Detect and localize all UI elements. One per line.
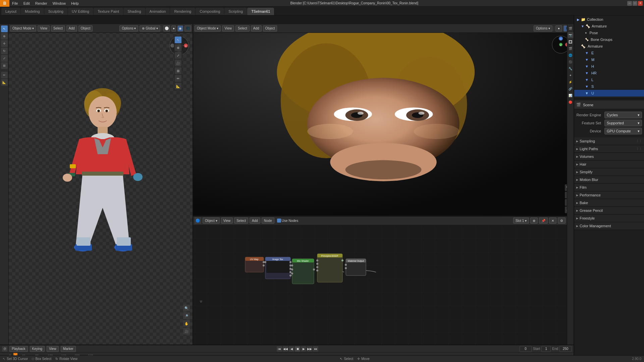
node-object-menu[interactable]: Object ▾ [203,218,220,224]
tool-measure[interactable]: 📐 [1,79,8,86]
node-view-menu[interactable]: View [221,218,233,224]
viewport-shading-wire[interactable]: ⚪ [163,25,170,32]
physics-icon-btn[interactable]: ⚡ [568,79,574,85]
step-fwd-btn[interactable]: ▶▶ [307,346,312,352]
current-frame-input[interactable]: 0 [520,346,532,352]
tree-item-collection[interactable]: ▶ 📁 Collection [574,16,644,23]
right-object-menu[interactable]: Object [263,25,277,32]
tree-item-bone-groups[interactable]: 🦴 Bone Groups [574,36,644,43]
node-settings-btn[interactable]: ⚙ [558,218,566,224]
right-mode-selector[interactable]: Object Mode ▾ [195,25,221,32]
end-frame-input[interactable]: 250 [559,346,572,352]
tree-item-h[interactable]: ▼ H [574,63,644,70]
gp-header[interactable]: ▶ Grease Pencil [574,207,644,214]
left-view-menu[interactable]: View [38,25,50,32]
sampling-more-icon[interactable]: ⋮⋮ [636,139,642,143]
freestyle-header[interactable]: ▶ Freestyle [574,215,644,222]
right-shading-solid[interactable]: ● [555,25,562,32]
timeline-view-menu[interactable]: View [47,346,59,352]
node-pin-btn[interactable]: 📌 [539,218,548,224]
tab-sculpting[interactable]: Sculpting [44,8,67,15]
tool-annotate[interactable]: ✏ [1,72,8,78]
tool3[interactable]: ⤢ [175,52,181,59]
constraints-icon-btn[interactable]: 🔗 [568,86,574,92]
tab-shading[interactable]: Shading [123,8,145,15]
sampling-header[interactable]: ▶ Sampling ⋮⋮ [574,137,644,145]
tab-animation[interactable]: Animation [146,8,170,15]
left-options-btn[interactable]: Options ▾ [119,25,138,32]
left-mode-selector[interactable]: Object Mode ▾ [10,25,36,32]
stop-btn[interactable]: ⏹ [295,346,300,352]
tab-compositing[interactable]: Compositing [196,8,224,15]
node-add-menu[interactable]: Add [250,218,260,224]
tab-scripting[interactable]: Scripting [224,8,247,15]
tab-texture-paint[interactable]: Texture Paint [94,8,123,15]
modifier-icon-btn[interactable]: 🔧 [568,66,574,72]
perf-header[interactable]: ▶ Performance [574,191,644,199]
lp-more-icon[interactable]: ⋮⋮ [636,147,642,150]
tool-select[interactable]: ↖ [1,25,8,32]
node-material-icon[interactable]: ⊕ [530,218,538,224]
menu-edit[interactable]: Edit [21,0,33,7]
tool-scale[interactable]: ⤢ [1,55,8,62]
view-layer-icon-btn[interactable]: 🔳 [568,39,574,45]
left-add-menu[interactable]: Add [66,25,77,32]
marker-menu[interactable]: Marker [61,346,76,352]
node-slot-dropdown[interactable]: Slot 1 ▾ [513,218,529,224]
jump-end-btn[interactable]: ⏭ [313,346,318,352]
object-icon-btn[interactable]: ⚫ [568,59,574,65]
playback-menu[interactable]: Playback [9,346,28,352]
tab-rendering[interactable]: Rendering [170,8,195,15]
node-editor-type-icon[interactable]: 🔵 [195,217,201,224]
hair-header[interactable]: ▶ Hair [574,161,644,168]
use-nodes-checkbox[interactable] [277,219,281,223]
tree-item-l[interactable]: ▼ L [574,76,644,83]
tree-item-e[interactable]: ▼ E [574,50,644,56]
scene2-icon-btn[interactable]: 🎬 [568,46,574,52]
tool4[interactable]: 🎥 [175,60,181,66]
render-engine-dropdown[interactable]: Cycles ▾ [604,112,642,118]
particles-icon-btn[interactable]: ✦ [568,72,574,78]
menu-file[interactable]: File [9,0,21,7]
close-btn[interactable]: ✕ [638,1,643,6]
bake-header[interactable]: ▶ Bake [574,199,644,206]
motion-blur-header[interactable]: ▶ Motion Blur [574,176,644,183]
cm-header[interactable]: ▶ Color Management [574,222,644,230]
feature-set-dropdown[interactable]: Supported ▾ [604,120,642,126]
tool5[interactable]: ⊞ [175,67,181,74]
output-icon-btn[interactable]: 📷 [568,32,574,38]
tree-item-hr[interactable]: ▼ HR [574,70,644,76]
tool2[interactable]: ⊕ [175,44,181,51]
pan-btn[interactable]: ✋ [183,320,190,327]
render-icon-btn[interactable]: 🎬 [568,25,574,32]
camera-btn[interactable]: 🎥 [183,328,190,335]
tool-cursor[interactable]: ⊕ [1,33,8,40]
jump-start-btn[interactable]: ⏮ [277,346,282,352]
simplify-header[interactable]: ▶ Simplify [574,168,644,176]
timeline-icon[interactable]: ⏱ [2,346,7,352]
start-frame-input[interactable]: 1 [541,346,551,352]
tab-tselman61[interactable]: TSelman61 [247,8,274,15]
tool7[interactable]: 📐 [175,83,181,89]
tree-item-armature-root[interactable]: ▼ 🦴 Armature [578,23,644,29]
node-close-btn[interactable]: ✕ [549,218,556,224]
volumes-header[interactable]: ▶ Volumes [574,153,644,160]
world-icon-btn[interactable]: 🌐 [568,52,574,58]
left-object-menu[interactable]: Object [78,25,93,32]
right-view-menu[interactable]: View [222,25,234,32]
zoom-out-btn[interactable]: 🔎 [183,312,190,319]
tool6[interactable]: ✏ [175,75,181,82]
keying-menu[interactable]: Keying [30,346,45,352]
tab-uv-editing[interactable]: UV Editing [68,8,93,15]
menu-window[interactable]: Window [50,0,68,7]
right-select-menu[interactable]: Select [235,25,250,32]
tree-item-pose[interactable]: ● Pose [574,29,644,36]
tab-layout[interactable]: Layout [1,8,20,15]
device-dropdown[interactable]: GPU Compute ▾ [604,128,642,134]
tree-item-m[interactable]: ▼ M [574,56,644,63]
viewport-shading-material[interactable]: ◉ [177,25,183,32]
right-add-menu[interactable]: Add [251,25,262,32]
step-back-btn[interactable]: ◀◀ [283,346,288,352]
tree-item-u[interactable]: ▼ U [574,90,644,97]
tool-transform[interactable]: ⊞ [1,62,8,69]
